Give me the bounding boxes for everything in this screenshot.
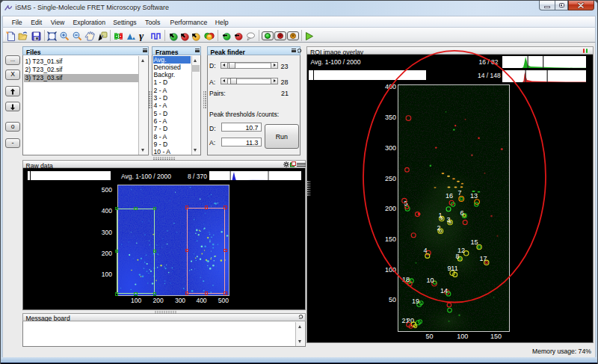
- svg-text:γ: γ: [139, 31, 144, 41]
